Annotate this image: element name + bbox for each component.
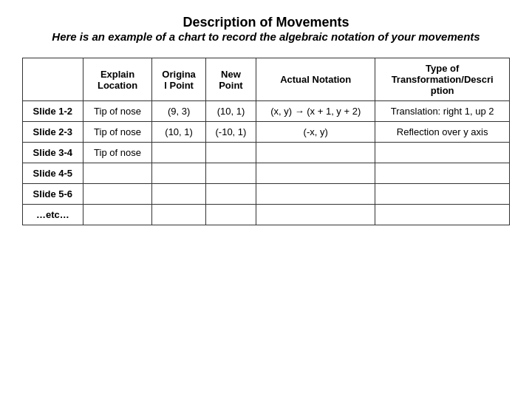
cell-2-slide: Slide 3-4 bbox=[23, 143, 83, 163]
cell-4-actual_notation bbox=[256, 184, 375, 205]
cell-5-original_point bbox=[152, 205, 205, 225]
cell-2-actual_notation bbox=[256, 143, 375, 163]
cell-0-type_of_transformation: Translation: right 1, up 2 bbox=[375, 101, 510, 122]
cell-0-original_point: (9, 3) bbox=[152, 101, 205, 122]
movements-table: ExplainLocation Original Point NewPoint … bbox=[22, 58, 510, 225]
table-row: Slide 1-2Tip of nose(9, 3)(10, 1)(x, y) … bbox=[23, 101, 510, 122]
table-row: Slide 3-4Tip of nose bbox=[23, 143, 510, 163]
cell-5-type_of_transformation bbox=[375, 205, 510, 225]
cell-4-original_point bbox=[152, 184, 205, 205]
page-title: Description of Movements bbox=[52, 15, 480, 30]
cell-1-type_of_transformation: Reflection over y axis bbox=[375, 122, 510, 143]
table-row: Slide 2-3Tip of nose(10, 1)(-10, 1)(-x, … bbox=[23, 122, 510, 143]
cell-3-explain_location bbox=[83, 163, 152, 184]
cell-5-slide: …etc… bbox=[23, 205, 83, 225]
cell-2-original_point bbox=[152, 143, 205, 163]
cell-3-type_of_transformation bbox=[375, 163, 510, 184]
cell-4-explain_location bbox=[83, 184, 152, 205]
cell-5-actual_notation bbox=[256, 205, 375, 225]
col-header-type: Type ofTransformation/Description bbox=[375, 58, 510, 101]
cell-1-actual_notation: (-x, y) bbox=[256, 122, 375, 143]
cell-3-slide: Slide 4-5 bbox=[23, 163, 83, 184]
col-header-original: Original Point bbox=[152, 58, 205, 101]
col-header-actual: Actual Notation bbox=[256, 58, 375, 101]
cell-1-explain_location: Tip of nose bbox=[83, 122, 152, 143]
col-header-explain: ExplainLocation bbox=[83, 58, 152, 101]
cell-0-actual_notation: (x, y) → (x + 1, y + 2) bbox=[256, 101, 375, 122]
cell-4-slide: Slide 5-6 bbox=[23, 184, 83, 205]
table-row: Slide 5-6 bbox=[23, 184, 510, 205]
cell-4-new_point bbox=[205, 184, 256, 205]
cell-2-explain_location: Tip of nose bbox=[83, 143, 152, 163]
col-header-new: NewPoint bbox=[205, 58, 256, 101]
table-header-row: ExplainLocation Original Point NewPoint … bbox=[23, 58, 510, 101]
cell-1-slide: Slide 2-3 bbox=[23, 122, 83, 143]
cell-3-original_point bbox=[152, 163, 205, 184]
cell-0-new_point: (10, 1) bbox=[205, 101, 256, 122]
cell-3-actual_notation bbox=[256, 163, 375, 184]
cell-5-explain_location bbox=[83, 205, 152, 225]
cell-2-new_point bbox=[205, 143, 256, 163]
cell-0-slide: Slide 1-2 bbox=[23, 101, 83, 122]
cell-3-new_point bbox=[205, 163, 256, 184]
page-subtitle: Here is an example of a chart to record … bbox=[52, 30, 480, 43]
cell-5-new_point bbox=[205, 205, 256, 225]
cell-1-original_point: (10, 1) bbox=[152, 122, 205, 143]
cell-1-new_point: (-10, 1) bbox=[205, 122, 256, 143]
cell-0-explain_location: Tip of nose bbox=[83, 101, 152, 122]
cell-4-type_of_transformation bbox=[375, 184, 510, 205]
col-header-slide bbox=[23, 58, 83, 101]
page-header: Description of Movements Here is an exam… bbox=[52, 15, 480, 43]
table-row: Slide 4-5 bbox=[23, 163, 510, 184]
table-row: …etc… bbox=[23, 205, 510, 225]
cell-2-type_of_transformation bbox=[375, 143, 510, 163]
